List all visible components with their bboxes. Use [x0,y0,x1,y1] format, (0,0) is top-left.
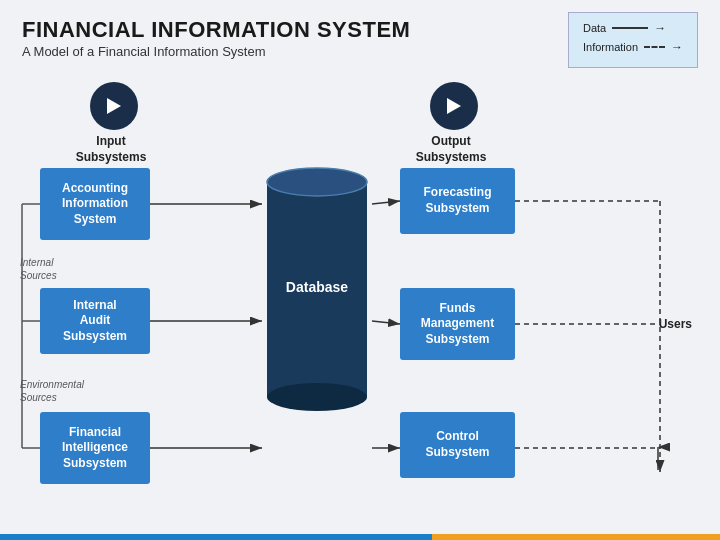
forecasting-subsystem: ForecastingSubsystem [400,168,515,234]
database-cylinder: Database [262,162,372,412]
accounting-information-system: AccountingInformationSystem [40,168,150,240]
legend-data-label: Data [583,22,606,34]
svg-marker-0 [107,98,121,114]
legend-box: Data → Information → [568,12,698,68]
slide: FINANCIAL INFORMATION SYSTEM A Model of … [0,0,720,540]
control-subsystem: ControlSubsystem [400,412,515,478]
svg-marker-1 [447,98,461,114]
funds-management-subsystem: FundsManagementSubsystem [400,288,515,360]
input-label: Input Subsystems [66,134,156,165]
input-arrow-circle [90,82,138,130]
svg-line-18 [372,321,400,324]
environmental-sources-label: Environmental Sources [20,378,84,404]
legend-solid-line [612,27,648,29]
internal-audit-subsystem: InternalAuditSubsystem [40,288,150,354]
output-label: Output Subsystems [406,134,496,165]
svg-point-4 [267,383,367,411]
svg-line-17 [372,201,400,204]
legend-info-label: Information [583,41,638,53]
svg-text:Database: Database [286,279,348,295]
users-label: Users [659,317,692,331]
diagram-area: Input Subsystems Output Subsystems Accou… [0,72,720,532]
financial-intelligence-subsystem: FinancialIntelligenceSubsystem [40,412,150,484]
bottom-bar [0,534,720,540]
internal-sources-label: Internal Sources [20,256,57,282]
legend-dashed-line [644,46,665,48]
output-arrow-circle [430,82,478,130]
